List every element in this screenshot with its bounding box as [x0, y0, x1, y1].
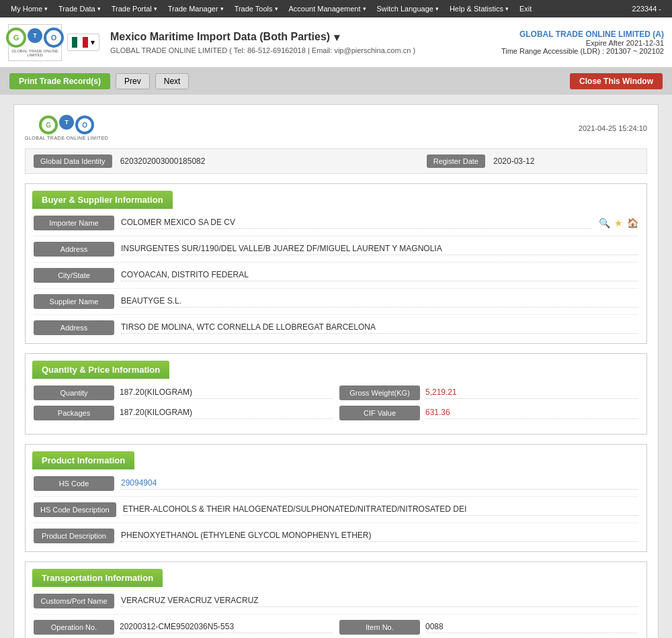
logo-circles: G T O [39, 116, 94, 134]
time-range: Time Range Accessible (LDR) : 201307 ~ 2… [501, 47, 664, 55]
flag-selector[interactable]: ▾ [67, 34, 99, 51]
product-header: Product Information [32, 451, 134, 469]
home-icon[interactable]: 🏠 [627, 218, 638, 228]
quantity-value: 187.20(KILOGRAM) [120, 388, 333, 399]
product-section: Product Information HS Code 29094904 HS … [25, 444, 647, 552]
importer-name-value: COLOMER MEXICO SA DE CV [121, 218, 592, 229]
transportation-body: Customs/Port Name VERACRUZ VERACRUZ VERA… [26, 587, 646, 638]
logo-area: G T O GLOBAL TRADE ONLINE LIMITED ▾ [8, 24, 99, 61]
cif-value-value: 631.36 [425, 408, 638, 419]
chevron-down-icon: ▾ [91, 38, 95, 47]
quantity-label: Quantity [34, 385, 114, 400]
product-desc-value: PHENOXYETHANOL (ETHYLENE GLYCOL MONOPHEN… [121, 531, 638, 542]
header-bar: G T O GLOBAL TRADE ONLINE LIMITED ▾ Mexi… [0, 17, 672, 68]
hs-code-desc-label: HS Code Description [34, 502, 116, 517]
item-no-col: Item No. 0088 [339, 620, 638, 635]
nav-trade-portal[interactable]: Trade Portal ▾ [106, 0, 163, 17]
logo-subtitle: GLOBAL TRADE ONLINE LIMITED [25, 136, 108, 140]
product-desc-row: Product Description PHENOXYETHANOL (ETHY… [34, 529, 638, 543]
quantity-col: Quantity 187.20(KILOGRAM) [34, 385, 333, 400]
global-data-identity-label: Global Data Identity [34, 154, 112, 168]
nav-my-home[interactable]: My Home ▾ [5, 0, 53, 17]
prev-button-top[interactable]: Prev [116, 73, 150, 89]
operation-no-value: 20200312-CME9502036N5-553 [120, 622, 333, 633]
nav-account-management[interactable]: Account Management ▾ [284, 0, 372, 17]
hs-code-desc-row: HS Code Description ETHER-ALCOHOLS & THE… [34, 502, 638, 523]
product-desc-label: Product Description [34, 529, 114, 543]
search-icon[interactable]: 🔍 [599, 218, 610, 228]
operation-no-label: Operation No. [34, 620, 114, 635]
importer-name-label: Importer Name [34, 216, 114, 230]
hs-code-value[interactable]: 29094904 [121, 478, 638, 490]
chevron-down-icon: ▾ [275, 5, 278, 12]
top-action-bar: Print Trade Record(s) Prev Next Close Th… [0, 68, 672, 95]
nav-trade-tools[interactable]: Trade Tools ▾ [229, 0, 284, 17]
top-navigation: My Home ▾ Trade Data ▾ Trade Portal ▾ Tr… [0, 0, 672, 17]
logo-o: O [75, 116, 94, 134]
gross-weight-label: Gross Weight(KG) [339, 385, 420, 400]
quantity-price-header: Quantity & Price Information [32, 361, 169, 379]
page-title: Mexico Maritime Import Data (Both Partie… [110, 31, 501, 44]
record-header: G T O GLOBAL TRADE ONLINE LIMITED 2021-0… [25, 116, 647, 140]
buyer-supplier-section: Buyer & Supplier Information Importer Na… [25, 183, 647, 344]
nav-trade-data[interactable]: Trade Data ▾ [53, 0, 106, 17]
expire-date: Expire After 2021-12-31 [501, 39, 664, 47]
account-number: 223344 - [632, 5, 667, 13]
item-no-label: Item No. [339, 620, 420, 635]
logo-t: T [59, 115, 74, 130]
customs-port-label: Customs/Port Name [34, 594, 114, 608]
importer-address-value: INSURGENTES SUR/1190/DEL VALLE/B JUAREZ … [121, 244, 638, 255]
city-state-row: City/State COYOACAN, DISTRITO FEDERAL [34, 268, 638, 289]
print-button-top[interactable]: Print Trade Record(s) [9, 73, 110, 89]
cif-col: CIF Value 631.36 [339, 406, 638, 420]
packages-label: Packages [34, 406, 114, 420]
supplier-address-label: Address [34, 320, 114, 335]
packages-value: 187.20(KILOGRAM) [120, 408, 333, 419]
chevron-down-icon: ▾ [97, 5, 101, 12]
quantity-price-body: Quantity 187.20(KILOGRAM) Gross Weight(K… [26, 379, 646, 434]
record-logo: G T O GLOBAL TRADE ONLINE LIMITED [25, 116, 108, 140]
buyer-supplier-header: Buyer & Supplier Information [32, 191, 173, 209]
transportation-section: Transportation Information Customs/Port … [25, 561, 647, 638]
product-body: HS Code 29094904 HS Code Description ETH… [26, 469, 646, 551]
header-right-info: GLOBAL TRADE ONLINE LIMITED (A) Expire A… [501, 30, 664, 55]
nav-switch-language[interactable]: Switch Language ▾ [372, 0, 444, 17]
supplier-name-row: Supplier Name BEAUTYGE S.L. [34, 294, 638, 315]
importer-name-row: Importer Name COLOMER MEXICO SA DE CV 🔍 … [34, 216, 638, 236]
register-date-label: Register Date [427, 154, 485, 168]
mexico-flag [72, 37, 88, 48]
importer-address-label: Address [34, 242, 114, 257]
nav-exit[interactable]: Exit [514, 0, 537, 17]
chevron-down-icon: ▾ [154, 5, 157, 12]
hs-code-row: HS Code 29094904 [34, 476, 638, 497]
nav-trade-manager[interactable]: Trade Manager ▾ [163, 0, 229, 17]
chevron-down-icon: ▾ [334, 31, 339, 44]
record-card: G T O GLOBAL TRADE ONLINE LIMITED 2021-0… [13, 104, 659, 638]
chevron-down-icon: ▾ [505, 5, 509, 12]
item-no-value: 0088 [425, 622, 638, 633]
next-button-top[interactable]: Next [155, 73, 190, 89]
hs-code-label: HS Code [34, 476, 114, 491]
packages-col: Packages 187.20(KILOGRAM) [34, 406, 333, 420]
city-state-label: City/State [34, 268, 114, 283]
operation-no-col: Operation No. 20200312-CME9502036N5-553 [34, 620, 333, 635]
register-date-value: 2020-03-12 [493, 156, 638, 166]
cif-value-label: CIF Value [339, 406, 420, 420]
customs-port-row: Customs/Port Name VERACRUZ VERACRUZ VERA… [34, 594, 638, 614]
company-link[interactable]: GLOBAL TRADE ONLINE LIMITED (A) [501, 30, 664, 39]
gross-weight-value: 5,219.21 [425, 388, 638, 399]
header-title-area: Mexico Maritime Import Data (Both Partie… [110, 31, 501, 54]
global-data-identity-value: 6203202003000185082 [120, 156, 265, 166]
close-button-top[interactable]: Close This Window [570, 73, 663, 89]
action-bar-right: Close This Window [570, 73, 663, 89]
star-icon[interactable]: ★ [614, 218, 623, 228]
city-state-value: COYOACAN, DISTRITO FEDERAL [121, 270, 638, 281]
supplier-name-value: BEAUTYGE S.L. [121, 296, 638, 308]
supplier-name-label: Supplier Name [34, 294, 114, 309]
quantity-price-section: Quantity & Price Information Quantity 18… [25, 353, 647, 435]
nav-help-statistics[interactable]: Help & Statistics ▾ [444, 0, 514, 17]
transportation-header: Transportation Information [32, 569, 163, 587]
logo-g: G [39, 116, 58, 134]
chevron-down-icon: ▾ [220, 5, 224, 12]
customs-port-value: VERACRUZ VERACRUZ VERACRUZ [121, 596, 638, 607]
